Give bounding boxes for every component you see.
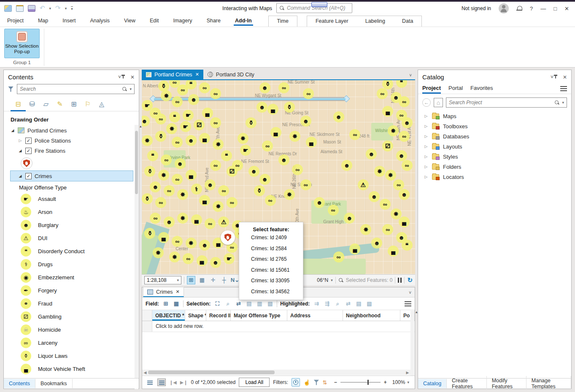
home-icon[interactable]: ⌂ <box>434 98 443 107</box>
crime-marker[interactable]: ∞ <box>205 218 216 229</box>
crime-marker[interactable]: ⚂ <box>227 166 238 177</box>
tree-item-police-stations[interactable]: ▷ ✓ Police Stations <box>4 135 139 146</box>
crime-marker[interactable]: ✸ <box>374 166 385 177</box>
ribbon-tab-time[interactable]: Time <box>269 16 297 27</box>
table-menu-icon[interactable] <box>405 301 411 306</box>
crime-marker[interactable]: ☻ <box>300 116 311 127</box>
contents-filter-icon[interactable] <box>8 87 13 92</box>
drawing-order-view-icon[interactable]: ⊟ <box>13 99 23 108</box>
minimize-button[interactable]: — <box>540 5 546 12</box>
legend-item-assault[interactable]: ☛Assault <box>4 192 139 205</box>
contents-scrollbar-thumb[interactable] <box>135 131 138 194</box>
crime-marker[interactable]: ∞ <box>210 117 221 128</box>
catalog-tab-portal[interactable]: Portal <box>448 83 463 94</box>
table-hscrollbar[interactable]: ◀ ▶ <box>142 370 410 375</box>
data-source-view-icon[interactable]: ⛁ <box>27 99 37 108</box>
expand-icon[interactable]: ◢ <box>11 128 15 132</box>
ribbon-tab-imagery[interactable]: Imagery <box>166 16 199 27</box>
coords-chevron-icon[interactable]: ▾ <box>331 278 333 282</box>
panel-tab-catalog[interactable]: Catalog <box>418 379 447 388</box>
highlight-swap-icon[interactable]: ⇄ <box>344 300 352 307</box>
sort-icon[interactable]: ⇅ <box>322 379 327 386</box>
crime-marker[interactable]: ☻ <box>256 102 267 113</box>
crime-marker[interactable]: ∞ <box>382 224 393 235</box>
popup-feature-item[interactable]: Crimes: Id 33095 <box>239 276 303 287</box>
pause-drawing-icon[interactable] <box>398 278 402 283</box>
highlight-clear-icon[interactable]: ▤ <box>355 300 362 307</box>
crime-marker[interactable]: ☻ <box>164 216 175 227</box>
crime-marker[interactable]: ☻ <box>341 160 352 171</box>
catalog-item-databases[interactable]: ▷Databases <box>418 131 571 141</box>
selected-street-feature[interactable] <box>154 97 346 101</box>
expand-icon[interactable]: ▷ <box>424 144 428 149</box>
panel-tab-bookmarks[interactable]: Bookmarks <box>35 379 73 388</box>
crime-marker[interactable]: ∞ <box>328 205 339 216</box>
column-header-neighborhood[interactable]: Neighborhood <box>343 310 400 321</box>
contents-chevron-icon[interactable]: ˅ <box>118 74 121 80</box>
crime-marker[interactable]: ▄ <box>199 133 210 144</box>
crime-marker[interactable]: ☻ <box>399 189 410 200</box>
table-zoom-slider[interactable] <box>340 382 381 383</box>
crime-marker[interactable]: ☻ <box>188 94 199 105</box>
labeling-view-icon[interactable]: ⚐ <box>83 99 93 108</box>
popup-feature-item[interactable]: Crimes: Id 2584 <box>239 243 303 254</box>
back-icon[interactable]: ← <box>422 98 431 107</box>
crime-marker[interactable]: ⚕ <box>191 184 202 195</box>
scroll-left-icon[interactable]: ◀ <box>142 370 148 375</box>
selection-view-icon[interactable]: ▱ <box>41 99 51 108</box>
view-tab-portland-crimes[interactable]: Portland Crimes✕ <box>142 70 203 79</box>
panel-tab-contents[interactable]: Contents <box>4 379 35 388</box>
table-tabs-chevron-icon[interactable]: ˅ <box>405 290 415 297</box>
crime-marker[interactable]: ☻ <box>210 257 221 268</box>
crime-marker[interactable]: ⚱ <box>144 166 155 177</box>
crime-marker[interactable]: ▄ <box>158 232 169 243</box>
slider-thumb[interactable] <box>367 380 369 385</box>
highlight-down-icon[interactable]: ⇉ <box>313 300 320 307</box>
add-field-icon[interactable]: ⊞ <box>162 300 170 307</box>
crime-marker[interactable]: ☻ <box>371 238 382 249</box>
expand-icon[interactable]: ▷ <box>18 138 22 143</box>
crime-marker[interactable]: ✸ <box>161 90 172 101</box>
ribbon-tab-feature-layer[interactable]: Feature Layer <box>307 16 357 27</box>
crime-marker[interactable]: ∞ <box>172 137 183 148</box>
crime-marker[interactable]: ☻ <box>199 240 210 251</box>
column-header-objectid-[interactable]: OBJECTID * <box>152 310 185 321</box>
scroll-up-icon[interactable]: ▴ <box>416 310 418 314</box>
crime-marker[interactable]: ☻ <box>333 111 344 122</box>
crime-marker[interactable]: ☛ <box>224 253 235 264</box>
catalog-item-toolboxes[interactable]: ▷Toolboxes <box>418 121 571 131</box>
catalog-chevron-icon[interactable]: ˅ <box>551 74 553 80</box>
clear-selection-icon[interactable]: ▤ <box>245 300 253 307</box>
snapping-view-icon[interactable]: ⊞ <box>69 99 79 108</box>
table-vscrollbar[interactable]: ▴ <box>410 311 414 376</box>
crime-marker[interactable]: ∞ <box>155 114 166 124</box>
select-by-attributes-icon[interactable]: ⛶ <box>213 300 221 307</box>
crime-marker[interactable]: ☻ <box>248 166 259 177</box>
legend-item-forgery[interactable]: ✒Forgery <box>4 284 139 297</box>
map-scale-combo[interactable]: 1:28,108 ▾ <box>144 276 181 284</box>
ribbon-tab-analysis[interactable]: Analysis <box>83 16 117 27</box>
crime-marker[interactable]: ⚱ <box>155 131 166 142</box>
layer-checkbox[interactable]: ✓ <box>25 173 32 179</box>
crime-marker[interactable]: ✸ <box>166 123 177 134</box>
definition-filter-icon[interactable] <box>313 380 319 385</box>
crime-marker[interactable]: ∞ <box>278 82 289 93</box>
sign-in-status[interactable]: Not signed in <box>462 5 491 11</box>
fire-station-marker[interactable] <box>221 230 235 245</box>
crime-marker[interactable]: ∞ <box>380 199 391 210</box>
crime-marker[interactable]: ⚱ <box>158 81 169 92</box>
crime-marker[interactable]: ☛ <box>240 145 251 156</box>
crime-marker[interactable]: ▄ <box>186 170 197 181</box>
notifications-icon[interactable] <box>516 5 522 11</box>
column-header-address[interactable]: Address <box>287 310 343 321</box>
crime-marker[interactable]: ☻ <box>369 191 380 202</box>
crime-marker[interactable]: ⚂ <box>194 119 205 130</box>
account-avatar[interactable] <box>499 3 509 14</box>
tree-item-crimes[interactable]: ◢ ✓ Crimes <box>11 171 133 181</box>
zoom-out-icon[interactable]: − <box>334 379 337 385</box>
crime-marker[interactable]: ✸ <box>385 170 396 181</box>
catalog-pin-icon[interactable] <box>553 75 558 80</box>
catalog-item-locators[interactable]: ▷Locators <box>418 172 571 182</box>
column-header-major-offense-type[interactable]: Major Offense Type <box>231 310 287 321</box>
close-table-icon[interactable]: ✕ <box>176 289 180 295</box>
